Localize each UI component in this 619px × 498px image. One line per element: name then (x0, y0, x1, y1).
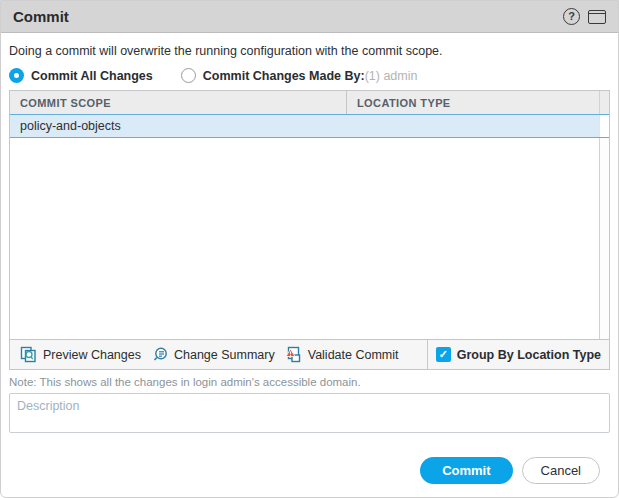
cancel-button[interactable]: Cancel (522, 457, 600, 484)
table-empty-main (10, 138, 599, 339)
table-row[interactable]: policy-and-objects (10, 114, 609, 138)
preview-changes-icon (20, 346, 38, 363)
note-text: Note: This shows all the changes in logi… (9, 376, 610, 388)
radio-commit-changes-made-by[interactable]: Commit Changes Made By:(1) admin (181, 68, 418, 83)
dialog-footer: Commit Cancel (9, 457, 610, 484)
table-footer-toolbar: Preview Changes Change Summary (10, 339, 609, 369)
table-header: COMMIT SCOPE LOCATION TYPE (10, 91, 609, 114)
cell-location-type (347, 115, 599, 137)
checkbox-checked-icon: ✓ (436, 347, 451, 362)
change-summary-icon (151, 346, 169, 363)
scrollbar-gutter-body[interactable] (599, 138, 609, 339)
radio-selected-icon (9, 68, 24, 83)
change-summary-label: Change Summary (174, 348, 275, 362)
dialog-title: Commit (13, 8, 69, 25)
commit-dialog: Commit ? Doing a commit will overwrite t… (0, 0, 619, 498)
radio-unselected-icon (181, 68, 196, 83)
window-icon-bar (589, 13, 605, 14)
cell-commit-scope: policy-and-objects (10, 115, 347, 137)
dialog-titlebar: Commit ? (1, 1, 618, 33)
intro-text: Doing a commit will overwrite the runnin… (9, 44, 610, 58)
help-icon[interactable]: ? (563, 8, 580, 25)
preview-changes-label: Preview Changes (43, 348, 141, 362)
scrollbar-gutter[interactable] (599, 91, 609, 114)
validate-commit-icon (285, 346, 303, 363)
validate-commit-button[interactable]: Validate Commit (285, 346, 399, 363)
radio-dot (14, 73, 19, 78)
validate-commit-label: Validate Commit (308, 348, 399, 362)
commit-button[interactable]: Commit (420, 457, 512, 484)
commit-scope-table: COMMIT SCOPE LOCATION TYPE policy-and-ob… (9, 90, 610, 370)
description-input[interactable] (9, 393, 610, 433)
table-empty-area (10, 138, 609, 339)
radio-commit-by-label: Commit Changes Made By: (203, 69, 365, 83)
group-by-location-type-label: Group By Location Type (457, 348, 601, 362)
column-header-commit-scope[interactable]: COMMIT SCOPE (10, 91, 347, 114)
window-icon[interactable] (588, 10, 606, 24)
commit-scope-options: Commit All Changes Commit Changes Made B… (9, 68, 610, 83)
radio-commit-all-changes[interactable]: Commit All Changes (9, 68, 153, 83)
commit-by-admin-count: (1) admin (365, 69, 418, 83)
change-summary-button[interactable]: Change Summary (151, 346, 275, 363)
dialog-content: Doing a commit will overwrite the runnin… (1, 33, 618, 497)
group-by-location-type-checkbox[interactable]: ✓ Group By Location Type (427, 340, 609, 369)
column-header-location-type[interactable]: LOCATION TYPE (347, 91, 599, 114)
scrollbar-gutter-row (599, 115, 609, 137)
radio-commit-all-label: Commit All Changes (31, 69, 153, 83)
preview-changes-button[interactable]: Preview Changes (20, 346, 141, 363)
